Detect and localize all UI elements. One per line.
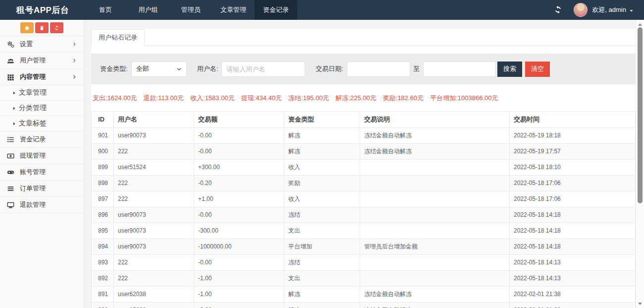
sidebar-item-refund-management[interactable]: 退款管理 bbox=[0, 197, 84, 213]
nav-item-user-group[interactable]: 用户组 bbox=[127, 0, 169, 20]
chevron-right-icon bbox=[72, 74, 77, 79]
sidebar-menu: 设置用户管理内容管理文章管理分类管理文章标签资金记录提现管理账号管理订单管理退款… bbox=[0, 36, 84, 213]
sidebar-item-article-management[interactable]: 文章管理 bbox=[0, 85, 84, 101]
table-cell: 222 bbox=[114, 144, 194, 160]
navbar-right: 欢迎, admin bbox=[554, 3, 644, 17]
app-title: 租号APP后台 bbox=[0, 4, 84, 16]
sidebar-item-category-management[interactable]: 分类管理 bbox=[0, 101, 84, 116]
table-cell: user15008 bbox=[114, 303, 194, 308]
table-cell: 2022-02-01 21:38 bbox=[510, 287, 636, 303]
date-from-input[interactable] bbox=[347, 62, 410, 77]
table-cell: 解冻 bbox=[284, 287, 360, 303]
table-cell: 2022-05-18 18:10 bbox=[510, 160, 636, 176]
bars-icon bbox=[7, 185, 15, 192]
summary-stat: 收入:1583.00元 bbox=[190, 94, 235, 103]
tab-user-diamond-records[interactable]: 用户钻石记录 bbox=[91, 29, 145, 46]
table-cell: user90073 bbox=[114, 223, 194, 239]
nav-item-admin[interactable]: 管理员 bbox=[169, 0, 212, 20]
column-header: 用户名 bbox=[114, 112, 194, 128]
table-cell: 解冻 bbox=[284, 144, 360, 160]
date-to-input[interactable] bbox=[423, 62, 496, 77]
trash-button[interactable] bbox=[35, 22, 49, 33]
home-button[interactable] bbox=[20, 22, 34, 33]
table-cell: -0.00 bbox=[194, 207, 284, 223]
table-cell: 收入 bbox=[284, 160, 360, 176]
table-cell: 2022-02-01 21:38 bbox=[510, 303, 636, 308]
recycle-button[interactable] bbox=[50, 22, 63, 33]
table-cell: 893 bbox=[92, 255, 114, 271]
table-cell bbox=[360, 160, 510, 176]
table-cell: -0.00 bbox=[194, 128, 284, 144]
clear-button[interactable]: 清空 bbox=[525, 62, 550, 77]
gears-icon bbox=[7, 41, 15, 48]
scroll-up-arrow[interactable] bbox=[636, 21, 644, 28]
sidebar-item-funds-records[interactable]: 资金记录 bbox=[0, 131, 84, 148]
search-button[interactable]: 搜索 bbox=[497, 62, 522, 77]
sidebar-item-withdrawal-management[interactable]: 提现管理 bbox=[0, 148, 84, 164]
caret-right-icon bbox=[12, 91, 17, 95]
content-panel: 用户钻石记录 资金类型: 全部 用户名: 交易日期: 至 搜索 清空 支出:16… bbox=[91, 29, 636, 308]
chevron-right-icon bbox=[72, 58, 77, 63]
nav-item-home[interactable]: 首页 bbox=[84, 0, 127, 20]
fund-type-select[interactable]: 全部 bbox=[131, 62, 187, 77]
table-row: 899user51524+300.00收入2022-05-18 18:10 bbox=[92, 160, 636, 176]
scrollbar-thumb[interactable] bbox=[638, 27, 643, 203]
table-cell: 894 bbox=[92, 239, 114, 255]
nav-item-funds-records[interactable]: 资金记录 bbox=[255, 0, 297, 20]
avatar[interactable] bbox=[574, 3, 588, 17]
summary-stat: 退款:113.00元 bbox=[144, 94, 184, 103]
column-header: 交易额 bbox=[194, 112, 284, 128]
table-cell: 222 bbox=[114, 191, 194, 207]
table-cell: -0.20 bbox=[194, 176, 284, 191]
table-header-row: ID用户名交易额资金类型交易说明交易时间 bbox=[92, 112, 636, 128]
summary-stat: 支出:1624.00元 bbox=[93, 94, 137, 103]
sidebar-item-label: 资金记录 bbox=[20, 135, 46, 144]
scroll-down-arrow[interactable] bbox=[636, 300, 644, 307]
table-cell bbox=[360, 176, 510, 191]
username-input[interactable] bbox=[221, 62, 305, 77]
table-row: 900222-0.00解冻冻结金额自动解冻2022-05-19 17:57 bbox=[92, 144, 636, 160]
table-cell: 2022-05-18 17:06 bbox=[510, 176, 636, 191]
caret-right-icon bbox=[12, 106, 17, 111]
sidebar-item-user-management[interactable]: 用户管理 bbox=[0, 53, 84, 69]
table-cell bbox=[360, 271, 510, 287]
scrollbar[interactable] bbox=[636, 20, 644, 308]
sidebar-quick-buttons bbox=[0, 20, 84, 36]
sidebar-item-settings[interactable]: 设置 bbox=[0, 36, 84, 53]
table-cell: -300.00 bbox=[194, 223, 284, 239]
sidebar-item-label: 分类管理 bbox=[19, 104, 47, 113]
table-cell: 2022-05-18 14:18 bbox=[510, 239, 636, 255]
table-cell: -1.00 bbox=[194, 271, 284, 287]
table-cell: -0.00 bbox=[194, 144, 284, 160]
table-cell: -1.00 bbox=[194, 287, 284, 303]
top-navbar: 租号APP后台 首页用户组管理员文章管理资金记录 欢迎, admin bbox=[0, 0, 644, 20]
sidebar-item-label: 文章管理 bbox=[19, 88, 47, 97]
table-cell: 895 bbox=[92, 223, 114, 239]
table-cell: -0.00 bbox=[194, 255, 284, 271]
table-cell bbox=[360, 191, 510, 207]
table-row: 895user90073-300.00支出2022-05-18 14:18 bbox=[92, 223, 636, 239]
money-icon bbox=[7, 152, 15, 160]
table-cell: 222 bbox=[114, 271, 194, 287]
table-row: 894user90073-1000000.00平台增加管理员后台增加金额2022… bbox=[92, 239, 636, 255]
table-cell: 222 bbox=[114, 255, 194, 271]
table-cell: user90073 bbox=[114, 128, 194, 144]
sidebar-item-content-management[interactable]: 内容管理 bbox=[0, 69, 84, 85]
sidebar-item-label: 文章标签 bbox=[19, 119, 47, 128]
refresh-icon[interactable] bbox=[554, 5, 563, 14]
nav-item-article-management[interactable]: 文章管理 bbox=[212, 0, 255, 20]
table-cell bbox=[360, 223, 510, 239]
table-cell: user90073 bbox=[114, 207, 194, 223]
table-cell: user51524 bbox=[114, 160, 194, 176]
user-menu[interactable]: 欢迎, admin bbox=[592, 5, 634, 14]
date-to-label: 至 bbox=[413, 64, 420, 73]
sidebar-item-account-management[interactable]: 账号管理 bbox=[0, 164, 84, 181]
table-cell: 冻结金额自动解冻 bbox=[360, 128, 510, 144]
tabs-row: 用户钻石记录 bbox=[91, 29, 636, 46]
table-cell: 2022-05-18 14:13 bbox=[510, 255, 636, 271]
sidebar-item-order-management[interactable]: 订单管理 bbox=[0, 181, 84, 197]
sidebar-item-article-tags[interactable]: 文章标签 bbox=[0, 116, 84, 131]
table-cell: 解冻 bbox=[284, 303, 360, 308]
sidebar-item-label: 提现管理 bbox=[20, 151, 46, 160]
chevron-down-icon bbox=[176, 66, 182, 72]
